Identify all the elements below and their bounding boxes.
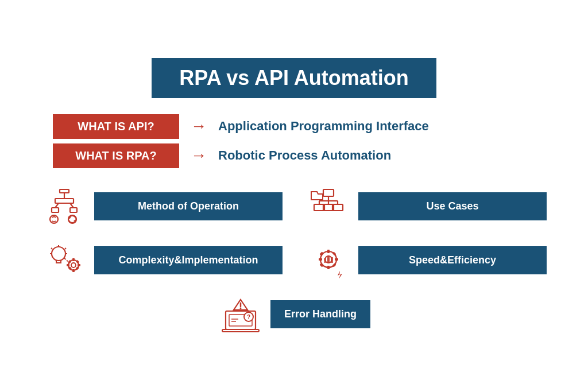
title-box: RPA vs API Automation <box>152 58 436 98</box>
speed-efficiency-item: Speed&Efficiency <box>305 240 547 281</box>
network-icon <box>305 187 351 227</box>
svg-rect-5 <box>52 208 59 212</box>
svg-rect-48 <box>331 257 333 263</box>
use-cases-label: Use Cases <box>358 192 547 220</box>
svg-rect-44 <box>319 263 323 267</box>
svg-rect-31 <box>78 264 80 266</box>
api-description: Application Programming Interface <box>218 119 429 134</box>
svg-rect-2 <box>55 199 74 203</box>
error-handling-item: ? Error Handling <box>218 294 370 335</box>
rpa-definition-row: WHAT IS RPA? → Robotic Process Automatio… <box>53 143 535 168</box>
svg-line-3 <box>55 203 59 208</box>
bulb-icon <box>41 240 87 281</box>
svg-point-27 <box>71 263 76 267</box>
page-container: RPA vs API Automation WHAT IS API? → App… <box>18 58 570 335</box>
svg-rect-46 <box>324 258 326 263</box>
svg-text:?: ? <box>247 314 250 320</box>
svg-rect-41 <box>335 258 338 261</box>
page-title: RPA vs API Automation <box>179 66 408 90</box>
gear-chart-icon <box>305 240 351 281</box>
definitions-section: WHAT IS API? → Application Programming I… <box>18 114 570 168</box>
method-of-operation-label: Method of Operation <box>94 192 283 220</box>
svg-rect-6 <box>70 208 77 212</box>
svg-rect-40 <box>319 258 322 261</box>
error-icon: ? <box>218 294 264 335</box>
svg-rect-30 <box>67 264 69 266</box>
svg-rect-51 <box>222 329 259 332</box>
api-definition-row: WHAT IS API? → Application Programming I… <box>53 114 535 139</box>
speed-efficiency-label: Speed&Efficiency <box>358 246 547 274</box>
method-of-operation-item: Method of Operation <box>41 187 283 227</box>
rpa-arrow-icon: → <box>191 146 207 165</box>
categories-section: Method of Operation <box>18 187 570 335</box>
svg-rect-38 <box>327 250 330 253</box>
svg-rect-0 <box>60 189 69 193</box>
svg-rect-39 <box>327 266 330 269</box>
use-cases-item: Use Cases <box>305 187 547 227</box>
rpa-description: Robotic Process Automation <box>218 148 391 163</box>
category-row-2: Complexity&Implementation <box>41 240 547 281</box>
svg-point-20 <box>52 247 65 261</box>
category-row-1: Method of Operation <box>41 187 547 227</box>
svg-rect-28 <box>72 258 75 261</box>
api-arrow-icon: → <box>191 117 207 135</box>
api-label: WHAT IS API? <box>53 114 179 139</box>
error-handling-label: Error Handling <box>270 300 370 328</box>
rpa-label: WHAT IS RPA? <box>53 143 179 168</box>
svg-point-53 <box>239 307 241 309</box>
complexity-implementation-item: Complexity&Implementation <box>41 240 283 281</box>
svg-rect-29 <box>72 269 75 272</box>
svg-line-24 <box>65 248 66 249</box>
complexity-implementation-label: Complexity&Implementation <box>94 246 283 274</box>
svg-line-4 <box>70 203 74 208</box>
svg-rect-42 <box>319 251 323 255</box>
category-row-3: ? Error Handling <box>41 294 547 335</box>
rpa-icon <box>41 187 87 227</box>
svg-rect-47 <box>327 256 330 263</box>
svg-rect-11 <box>323 189 334 196</box>
svg-line-22 <box>51 248 52 249</box>
